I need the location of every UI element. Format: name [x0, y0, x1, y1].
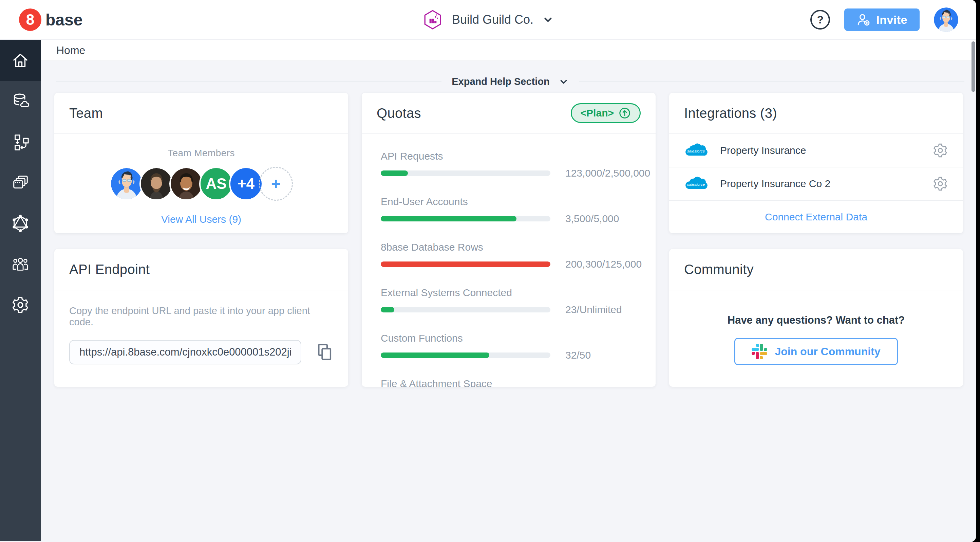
community-question: Have any questions? Want to chat? — [669, 314, 963, 326]
invite-button-label: Invite — [876, 13, 907, 27]
avatar-initials[interactable]: AS — [199, 167, 233, 201]
quota-value: 32/50 — [565, 349, 591, 361]
breadcrumb[interactable]: Home — [56, 44, 85, 57]
api-endpoint-description: Copy the endpoint URL and paste it into … — [69, 305, 333, 328]
divider-line — [579, 81, 964, 82]
quota-row: API Requests 123,000/2,500,000 — [381, 150, 636, 179]
quotas-card: Quotas <Plan> — [362, 93, 655, 387]
api-endpoint-title: API Endpoint — [69, 262, 150, 277]
community-card: Community Have any questions? Want to ch… — [669, 249, 963, 387]
api-endpoint-input[interactable] — [69, 340, 301, 364]
quota-row: End-User Accounts 3,500/5,000 — [381, 196, 636, 225]
plan-upgrade-badge[interactable]: <Plan> — [571, 103, 641, 123]
integration-row[interactable]: Property Insurance Co 2 — [669, 167, 963, 201]
quota-row: Custom Functions 32/50 — [381, 332, 636, 361]
sidebar-item-api-explorer[interactable] — [0, 203, 41, 244]
quota-progress-bar — [381, 307, 550, 312]
divider-line — [56, 81, 441, 82]
settings-gear-icon — [11, 296, 30, 314]
sidebar-item-data[interactable] — [0, 81, 41, 121]
chevron-down-icon — [542, 14, 554, 26]
quota-progress-bar — [381, 352, 550, 358]
plan-label: <Plan> — [581, 107, 614, 119]
avatar[interactable] — [110, 167, 143, 201]
quota-progress-bar — [381, 171, 550, 176]
quota-row: External Systems Connected 23/Unlimited — [381, 287, 636, 316]
user-avatar[interactable] — [934, 8, 958, 32]
app-windows-icon — [11, 174, 30, 192]
expand-help-label[interactable]: Expand Help Section — [452, 76, 549, 87]
dashboard: Expand Help Section Team Team Members — [41, 61, 976, 541]
copy-url-button[interactable] — [315, 342, 333, 362]
integration-settings-gear-icon[interactable] — [932, 143, 948, 158]
integrations-card: Integrations (3) Property Insurance Prop… — [669, 93, 963, 233]
team-card-title: Team — [69, 105, 103, 121]
add-member-button[interactable]: + — [259, 167, 293, 201]
quota-value: 3,500/5,000 — [565, 213, 619, 225]
workspace-hexagon-icon — [422, 8, 443, 31]
sidebar-item-home[interactable] — [0, 40, 41, 81]
user-plus-icon — [856, 13, 871, 27]
team-card: Team Team Members AS +4 + — [54, 93, 348, 233]
upgrade-arrow-icon — [619, 107, 631, 119]
help-button[interactable]: ? — [810, 10, 830, 30]
graphql-icon — [11, 214, 30, 233]
quota-label: File & Attachment Space — [381, 378, 636, 387]
workspace-name: Build Guild Co. — [452, 13, 533, 27]
join-community-label: Join our Community — [775, 345, 880, 358]
top-header: 8 base Build Guild Co. — [0, 0, 976, 40]
quota-label: Custom Functions — [381, 332, 636, 344]
avatar-more-count[interactable]: +4 — [229, 167, 263, 201]
integration-row[interactable]: Property Insurance — [669, 134, 963, 167]
slack-icon — [752, 344, 767, 359]
quotas-title: Quotas — [377, 105, 421, 121]
chevron-down-icon[interactable] — [558, 77, 569, 87]
integration-settings-gear-icon[interactable] — [932, 176, 948, 191]
quota-label: External Systems Connected — [381, 287, 636, 298]
quota-value: 23/Unlimited — [565, 304, 622, 316]
quota-progress-bar — [381, 216, 550, 222]
8base-logo-word: base — [46, 11, 83, 29]
quota-label: API Requests — [381, 150, 636, 162]
expand-help-section: Expand Help Section — [56, 76, 964, 87]
view-all-users-link[interactable]: View All Users (9) — [161, 214, 241, 225]
team-icon — [11, 255, 30, 273]
connect-external-data-link[interactable]: Connect External Data — [765, 211, 867, 223]
join-community-button[interactable]: Join our Community — [734, 338, 897, 365]
sidebar-item-team[interactable] — [0, 244, 41, 285]
salesforce-logo-icon — [684, 142, 708, 159]
quota-value: 123,000/2,500,000 — [565, 167, 650, 179]
header-actions: ? Invite — [810, 8, 958, 32]
api-endpoint-card: API Endpoint Copy the endpoint URL and p… — [54, 249, 348, 387]
avatar[interactable] — [140, 167, 173, 201]
workflow-icon — [11, 133, 30, 151]
integration-name: Property Insurance — [720, 145, 806, 156]
8base-logo-icon: 8 — [19, 8, 41, 31]
quota-progress-bar — [381, 261, 550, 267]
quota-label: End-User Accounts — [381, 196, 636, 207]
database-cloud-icon — [11, 92, 30, 110]
team-members-label: Team Members — [54, 148, 348, 159]
integration-name: Property Insurance Co 2 — [720, 178, 830, 190]
workspace-selector[interactable]: Build Guild Co. — [422, 8, 554, 31]
sidebar-item-logic[interactable] — [0, 121, 41, 162]
invite-button[interactable]: Invite — [844, 8, 920, 31]
integrations-title: Integrations (3) — [684, 105, 777, 121]
vertical-scrollbar-thumb[interactable] — [972, 41, 975, 92]
copy-icon — [315, 342, 333, 362]
sidebar-nav — [0, 40, 41, 541]
quota-label: 8base Database Rows — [381, 241, 636, 253]
breadcrumb-bar: Home — [41, 40, 976, 61]
quota-row: File & Attachment Space 12gb/100gb — [381, 378, 636, 387]
team-avatar-row: AS +4 + — [54, 167, 348, 201]
sidebar-item-settings[interactable] — [0, 285, 41, 325]
app-window: 8 base Build Guild Co. — [0, 0, 976, 542]
8base-logo[interactable]: 8 base — [19, 8, 83, 31]
avatar[interactable] — [169, 167, 203, 201]
salesforce-logo-icon — [684, 175, 708, 192]
quota-value: 200,300/125,000 — [565, 258, 642, 270]
sidebar-item-apps[interactable] — [0, 162, 41, 203]
quota-row: 8base Database Rows 200,300/125,000 — [381, 241, 636, 270]
community-title: Community — [684, 262, 754, 277]
home-icon — [11, 51, 30, 70]
